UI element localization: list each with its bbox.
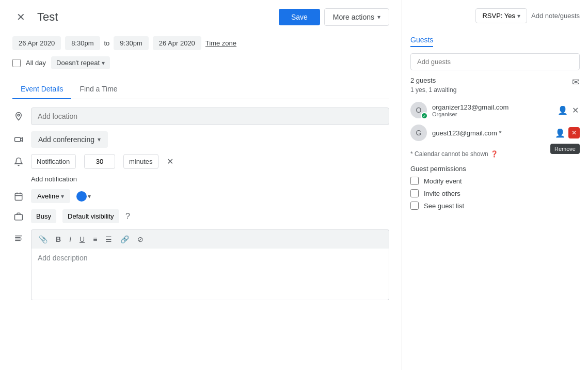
conferencing-button[interactable]: Add conferencing ▾ [31,131,108,148]
color-picker-button[interactable]: ▾ [76,191,91,202]
organizer-check-badge: ✓ [421,112,428,119]
calendar-name-label: Aveline [37,192,59,200]
notification-row: Notification minutes ✕ [12,154,389,169]
more-actions-chevron-icon: ▾ [377,13,380,21]
guest-list: O ✓ organizer123@gmail.com Organiser 👤 ✕ [410,99,580,144]
calendar-note-help-icon[interactable]: ❓ [490,150,498,158]
permission-checkbox-1[interactable] [410,189,419,197]
add-note-button[interactable]: Add note/guests [531,12,580,20]
svg-rect-6 [15,214,23,220]
close-button[interactable]: ✕ [12,9,29,25]
color-circle [76,191,87,202]
guests-title: Guests [410,36,433,47]
video-icon [12,135,25,144]
guest-avatar: G [410,125,427,141]
start-time-button[interactable]: 8:30pm [65,36,100,50]
guest-info: guest123@gmail.com * [432,129,549,137]
busy-status-select[interactable]: Busy [31,209,56,223]
timezone-button[interactable]: Time zone [205,39,236,47]
left-header: ✕ Test [12,9,58,25]
remove-tooltip: Remove [550,144,580,154]
allday-label: All day [26,59,46,67]
bell-icon [12,157,25,166]
add-guests-input[interactable] [410,53,580,70]
add-notification-link[interactable]: Add notification [31,175,389,183]
repeat-chevron-icon: ▾ [102,59,105,67]
calendar-name-button[interactable]: Aveline ▾ [31,189,70,203]
guest-remove-button[interactable]: ✕ [568,127,580,138]
guest-count: 2 guests ✉ [410,76,580,84]
description-editor[interactable]: Add description [31,249,389,300]
italic-button[interactable]: I [66,233,74,245]
header-row: ✕ Test Save More actions ▾ [12,8,389,26]
more-actions-label: More actions [333,13,374,21]
permission-item-2: See guest list [410,202,580,210]
permission-label-2: See guest list [424,202,464,210]
remove-tooltip-wrap: ✕ Remove [568,127,580,138]
organizer-info: organizer123@gmail.com Organiser [432,103,551,117]
editor-toolbar: 📎 B I U ≡ ☰ 🔗 ⊘ [31,229,389,249]
save-button[interactable]: Save [279,9,320,25]
permissions-list: Modify eventInvite othersSee guest list [410,177,580,210]
right-panel: RSVP: Yes ▾ Add note/guests Guests 2 gue… [402,0,588,370]
help-icon[interactable]: ? [125,212,130,221]
bold-button[interactable]: B [53,233,64,245]
organizer-actions: 👤 ✕ [557,104,580,116]
guests-section: Guests 2 guests ✉ 1 yes, 1 awaiting O ✓ [410,36,580,210]
permission-checkbox-0[interactable] [410,177,419,185]
guest-actions: 👤 ✕ Remove [554,127,580,139]
tab-event-details[interactable]: Event Details [12,80,71,99]
location-input[interactable] [31,107,389,125]
end-time-button[interactable]: 9:30pm [114,36,148,50]
unordered-list-button[interactable]: ☰ [102,233,115,245]
calendar-chevron-icon: ▾ [61,193,64,200]
visibility-select[interactable]: Default visibility [62,209,119,223]
organizer-role: Organiser [432,111,551,117]
notification-type-select[interactable]: Notification [31,154,76,169]
svg-rect-1 [15,137,21,142]
conferencing-chevron-icon: ▾ [98,136,101,143]
guest-item-organizer: O ✓ organizer123@gmail.com Organiser 👤 ✕ [410,99,580,121]
link-button[interactable]: 🔗 [117,233,132,245]
permission-label-0: Modify event [424,177,462,185]
right-header-actions: Save More actions ▾ [279,8,389,26]
rsvp-button[interactable]: RSVP: Yes ▾ [475,8,527,23]
start-date-button[interactable]: 26 Apr 2020 [12,36,61,50]
end-date-button[interactable]: 26 Apr 2020 [153,36,201,50]
permissions-title: Guest permissions [410,165,580,173]
close-icon: ✕ [17,11,25,23]
svg-point-0 [18,114,20,116]
datetime-row: 26 Apr 2020 8:30pm to 9:30pm 26 Apr 2020… [12,36,389,50]
svg-rect-2 [15,193,22,201]
calendar-row: Aveline ▾ ▾ [12,189,389,203]
guest-item-guest: G guest123@gmail.com * 👤 ✕ Remove [410,121,580,144]
rsvp-label: RSVP: Yes [482,12,515,20]
permission-checkbox-2[interactable] [410,202,419,210]
guest-email: guest123@gmail.com * [432,129,549,137]
guest-status: 1 yes, 1 awaiting [410,86,580,94]
organizer-remove-button[interactable]: ✕ [571,104,580,116]
underline-button[interactable]: U [76,233,88,245]
description-placeholder: Add description [38,254,88,262]
description-icon [12,234,25,243]
repeat-button[interactable]: Doesn't repeat ▾ [51,56,110,69]
description-row: 📎 B I U ≡ ☰ 🔗 ⊘ Add description [12,229,389,300]
tab-find-a-time[interactable]: Find a Time [71,80,125,99]
conferencing-row: Add conferencing ▾ [12,131,389,148]
guest-person-icon-button[interactable]: 👤 [554,127,566,139]
tabs-row: Event Details Find a Time [12,80,389,99]
ordered-list-button[interactable]: ≡ [90,233,100,245]
allday-checkbox[interactable] [12,59,21,67]
calendar-icon [12,192,25,201]
organizer-person-icon-button[interactable]: 👤 [557,104,569,116]
color-chevron-icon: ▾ [88,193,91,200]
email-invite-button[interactable]: ✉ [572,76,580,88]
notification-value-input[interactable] [84,154,115,169]
notification-clear-button[interactable]: ✕ [167,157,173,166]
repeat-label: Doesn't repeat [56,59,100,67]
more-actions-button[interactable]: More actions ▾ [324,8,389,26]
clear-format-button[interactable]: ⊘ [134,233,147,245]
notification-unit-select[interactable]: minutes [123,154,158,169]
organizer-avatar: O ✓ [410,102,427,118]
attach-button[interactable]: 📎 [36,233,51,245]
